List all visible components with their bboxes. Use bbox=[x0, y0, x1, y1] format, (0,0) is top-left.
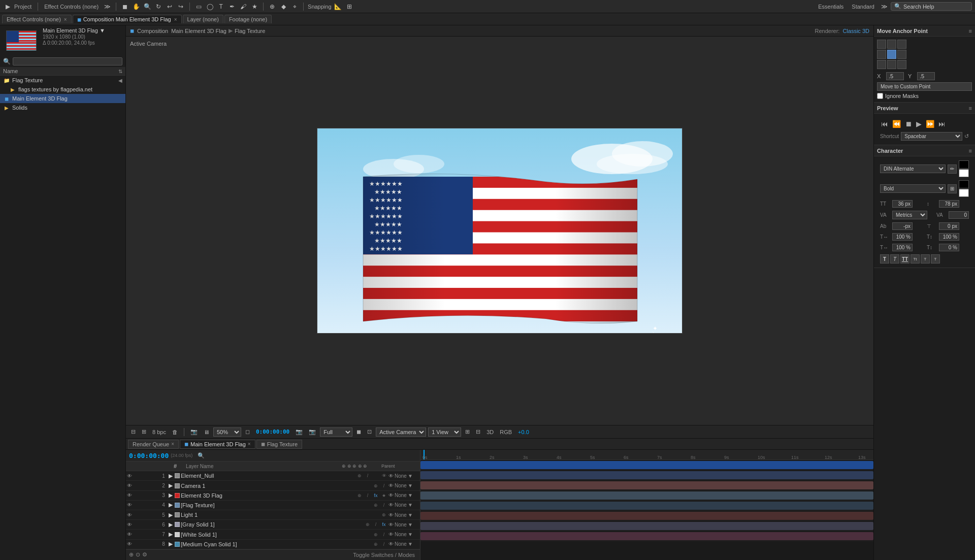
brush-tool[interactable]: 🖌 bbox=[239, 2, 248, 11]
layer-2-expand[interactable]: ▶ bbox=[169, 482, 174, 489]
align-icon[interactable]: ⊞ bbox=[345, 2, 354, 11]
solo-btn[interactable]: ⊙ bbox=[136, 551, 140, 558]
timeline-search-icon[interactable]: 🔍 bbox=[198, 452, 205, 459]
file-item-main-element[interactable]: ◼ Main Element 3D Flag bbox=[0, 94, 125, 103]
layer-4-pen[interactable]: / bbox=[380, 502, 387, 509]
layer-3-fx[interactable]: fx bbox=[372, 492, 379, 499]
tab-flag-texture[interactable]: ◼ Flag Texture bbox=[256, 440, 302, 449]
layer-5-eye[interactable]: 👁 bbox=[127, 512, 134, 518]
expand-icon-2[interactable]: ≫ bbox=[880, 2, 889, 11]
prev-first-btn[interactable]: ⏮ bbox=[880, 119, 889, 129]
hscale-input[interactable] bbox=[892, 233, 913, 241]
tab-layer[interactable]: Layer (none) bbox=[183, 15, 223, 23]
layer-6-anchor[interactable]: ⊕ bbox=[364, 521, 371, 528]
project-name[interactable]: Main Element 3D Flag ▼ bbox=[43, 27, 105, 34]
layer-4-anchor[interactable]: ⊕ bbox=[372, 502, 379, 509]
fill-color-swatch[interactable] bbox=[959, 160, 969, 169]
anchor-mc[interactable] bbox=[887, 50, 896, 59]
layer-1-anchor[interactable]: ⊕ bbox=[356, 472, 363, 479]
hscale2-input[interactable] bbox=[892, 244, 913, 251]
vp-trash-btn[interactable]: 🗑 bbox=[170, 429, 180, 436]
vp-camera-btn[interactable]: 📷 bbox=[294, 428, 305, 436]
prev-last-btn[interactable]: ⏭ bbox=[937, 119, 947, 129]
redo-icon[interactable]: ↪ bbox=[176, 2, 185, 11]
layer-5-expand[interactable]: ▶ bbox=[169, 512, 174, 518]
vscale2-input[interactable] bbox=[939, 244, 959, 251]
add-layer-btn[interactable]: ⊕ bbox=[129, 551, 134, 558]
layer-8-eye[interactable]: 👁 bbox=[127, 541, 134, 547]
shortcut-refresh-icon[interactable]: ↺ bbox=[964, 133, 969, 140]
zoom-tool[interactable]: 🔍 bbox=[143, 2, 152, 11]
search-help-input[interactable] bbox=[903, 4, 959, 10]
breadcrumb-flag-texture[interactable]: Flag Texture bbox=[235, 28, 265, 34]
layer-3-expand[interactable]: ▶ bbox=[169, 492, 174, 499]
layer-1-fill[interactable] bbox=[372, 472, 379, 479]
standard-btn[interactable]: Standard bbox=[849, 3, 878, 11]
file-item-solids[interactable]: ▶ Solids bbox=[0, 103, 125, 112]
anchor-br[interactable] bbox=[897, 60, 906, 69]
toggle-switches-btn[interactable]: Toggle Switches / Modes bbox=[351, 551, 417, 558]
essentials-btn[interactable]: Essentials bbox=[815, 3, 847, 11]
baseline-input[interactable] bbox=[892, 222, 913, 230]
layer-3-star[interactable]: ★ bbox=[380, 492, 387, 499]
layer-5-anchor[interactable]: ⊕ bbox=[380, 511, 387, 518]
layer-7-anchor[interactable]: ⊕ bbox=[372, 531, 379, 538]
expand-icon-1[interactable]: ≫ bbox=[103, 2, 112, 11]
custom-point-btn[interactable]: Move to Custom Point bbox=[877, 82, 972, 91]
tab-effect-controls-close[interactable]: × bbox=[64, 17, 67, 22]
tab-render-queue[interactable]: Render Queue × bbox=[128, 440, 179, 449]
anchor-tr[interactable] bbox=[897, 40, 906, 49]
file-item-flags-textures[interactable]: ▶ flags textures by flagpedia.net bbox=[0, 85, 125, 94]
ellipse-tool[interactable]: ◯ bbox=[205, 2, 214, 11]
timeline-timecode[interactable]: 0:00:00:00 bbox=[129, 452, 169, 459]
prev-fwd-btn[interactable]: ⏩ bbox=[925, 119, 935, 129]
font-size-input[interactable] bbox=[892, 200, 913, 208]
character-menu-icon[interactable]: ≡ bbox=[969, 148, 972, 154]
layer-4-eye[interactable]: 👁 bbox=[127, 502, 134, 508]
shortcut-select[interactable]: Spacebar bbox=[901, 132, 962, 141]
vp-view-select[interactable]: 1 View 2 Views bbox=[428, 427, 461, 437]
vp-channels-btn[interactable]: RGB bbox=[498, 429, 514, 436]
layer-3-pen[interactable]: / bbox=[364, 492, 371, 499]
anchor-ml[interactable] bbox=[877, 50, 886, 59]
effect-controls-label[interactable]: Effect Controls (none) bbox=[42, 2, 101, 11]
vp-grid-btn[interactable]: ⊞ bbox=[140, 428, 148, 436]
layer-3-eye[interactable]: 👁 bbox=[127, 492, 134, 498]
vp-monitor-icon[interactable]: 🖥 bbox=[202, 429, 211, 436]
layer-1-eye2[interactable]: 👁 bbox=[380, 472, 387, 479]
tab-render-queue-close[interactable]: × bbox=[171, 441, 174, 447]
stroke-color-swatch[interactable] bbox=[959, 169, 969, 177]
project-search-input[interactable] bbox=[13, 57, 122, 65]
prev-play-btn[interactable]: ▶ bbox=[915, 119, 923, 129]
italic-btn[interactable]: T bbox=[890, 254, 899, 263]
vp-fit-btn[interactable]: ◻ bbox=[243, 428, 252, 436]
layer-8-anchor[interactable]: ⊕ bbox=[372, 541, 379, 548]
rect-tool[interactable]: ▭ bbox=[194, 2, 203, 11]
tab-main-close[interactable]: × bbox=[248, 441, 251, 447]
file-item-flag-texture[interactable]: 📁 Flag Texture ◀ bbox=[0, 76, 125, 85]
layer-1-eye[interactable]: 👁 bbox=[127, 473, 134, 479]
font-edit-btn[interactable]: ✏ bbox=[948, 164, 957, 174]
prev-back-btn[interactable]: ⏪ bbox=[891, 119, 902, 129]
layer-4-expand[interactable]: ▶ bbox=[169, 502, 174, 508]
tab-composition[interactable]: ◼ Composition Main Element 3D Flag × bbox=[73, 15, 182, 23]
layer-3-anchor[interactable]: ⊕ bbox=[356, 492, 363, 499]
ignore-masks-checkbox[interactable] bbox=[877, 93, 883, 99]
bold-btn[interactable]: T bbox=[880, 254, 889, 263]
comp-icon[interactable]: ◼ bbox=[120, 2, 129, 11]
layer-7-pen[interactable]: / bbox=[380, 531, 387, 538]
project-menu-icon[interactable]: ▶ bbox=[3, 2, 12, 11]
layer-2-eye[interactable]: 👁 bbox=[127, 483, 134, 488]
smallcaps-btn[interactable]: Tt bbox=[911, 254, 920, 263]
prev-stop-btn[interactable]: ⏹ bbox=[904, 119, 913, 129]
layer-2-anchor[interactable]: ⊕ bbox=[372, 482, 379, 489]
map-menu-icon[interactable]: ≡ bbox=[969, 28, 972, 34]
vp-snapshot-btn[interactable]: 📷 bbox=[307, 428, 318, 436]
anchor-tl[interactable] bbox=[877, 40, 886, 49]
super-btn[interactable]: T bbox=[921, 254, 930, 263]
snapping-icon[interactable]: 📐 bbox=[334, 2, 343, 11]
sub-btn[interactable]: T bbox=[931, 254, 940, 263]
layer-7-eye[interactable]: 👁 bbox=[127, 532, 134, 537]
font-family-select[interactable]: DIN Alternate bbox=[880, 164, 946, 173]
vscale-input[interactable] bbox=[939, 233, 959, 241]
